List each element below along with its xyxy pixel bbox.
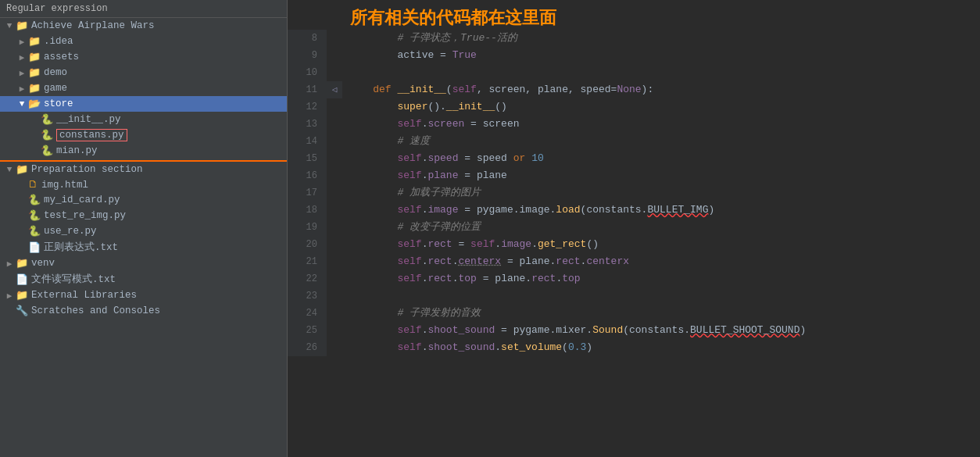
arrow-icon: ▶ [16, 84, 28, 94]
line-content: # 改变子弹的位置 [342, 219, 980, 236]
sidebar-item-scratches[interactable]: 🔧 Scratches and Consoles [0, 303, 287, 319]
sidebar-item-mian-py[interactable]: 🐍 mian.py [0, 143, 287, 159]
code-line-14: 14 # 速度 [288, 133, 980, 150]
img-html-label: img.html [41, 180, 88, 191]
use-re-label: use_re.py [44, 226, 97, 237]
sidebar-header-label: Regular expression [6, 3, 108, 14]
sidebar-item-achieve[interactable]: ▼ 📁 Achieve Airplane Wars [0, 18, 287, 34]
code-line-12: 12 super().__init__() [288, 98, 980, 116]
line-number: 12 [288, 98, 327, 116]
python-file-icon: 🐍 [41, 129, 53, 141]
line-content [342, 287, 980, 305]
sidebar-item-store[interactable]: ▼ 📂 store [0, 96, 287, 112]
python-file-icon: 🐍 [28, 209, 41, 222]
code-line-9: 9 active = True [288, 47, 980, 64]
line-content: self.rect.centerx = plane.rect.centerx [342, 253, 980, 270]
line-number: 14 [288, 133, 327, 150]
my-id-card-label: my_id_card.py [44, 195, 120, 205]
line-content [342, 64, 980, 81]
line-content: self.screen = screen [342, 116, 980, 133]
line-content: self.rect = self.image.get_rect() [342, 236, 980, 253]
line-number: 8 [288, 30, 327, 47]
sidebar-item-zhengze[interactable]: 📄 正则表达式.txt [0, 239, 287, 255]
line-content: super().__init__() [342, 98, 980, 116]
code-line-25: 25 self.shoot_sound = pygame.mixer.Sound… [288, 322, 980, 339]
arrow-icon: ▼ [3, 21, 16, 30]
txt-file-icon: 📄 [28, 241, 41, 254]
sidebar-item-test-re-img[interactable]: 🐍 test_re_img.py [0, 208, 287, 223]
arrow-icon: ▶ [16, 68, 28, 78]
folder-icon: 📁 [28, 35, 41, 48]
folder-icon: 📁 [28, 66, 41, 79]
init-py-label: __init__.py [56, 114, 121, 125]
test-re-img-label: test_re_img.py [44, 210, 126, 221]
python-file-icon: 🐍 [41, 113, 53, 126]
game-label: game [44, 83, 67, 94]
line-number: 13 [288, 116, 327, 133]
code-line-18: 18 self.image = pygame.image.load(consta… [288, 202, 980, 219]
assets-label: assets [44, 52, 79, 62]
demo-label: demo [44, 67, 67, 78]
line-content: def __init__(self, screen, plane, speed=… [342, 81, 980, 98]
code-line-19: 19 # 改变子弹的位置 [288, 219, 980, 236]
line-number: 16 [288, 167, 327, 184]
code-line-15: 15 self.speed = speed or 10 [288, 150, 980, 167]
folder-icon: 📁 [16, 257, 28, 270]
achieve-label: Achieve Airplane Wars [31, 20, 155, 31]
sidebar-item-my-id-card[interactable]: 🐍 my_id_card.py [0, 192, 287, 208]
code-line-23: 23 [288, 287, 980, 305]
sidebar-item-assets[interactable]: ▶ 📁 assets [0, 49, 287, 65]
sidebar-item-demo[interactable]: ▶ 📁 demo [0, 65, 287, 80]
line-number: 22 [288, 270, 327, 287]
external-libs-label: External Libraries [31, 290, 137, 301]
preparation-label: Preparation section [31, 164, 143, 175]
zhengze-label: 正则表达式.txt [44, 241, 118, 254]
sidebar-item-idea[interactable]: ▶ 📁 .idea [0, 34, 287, 49]
folder-icon: 📁 [16, 289, 28, 302]
code-line-13: 13 self.screen = screen [288, 116, 980, 133]
line-content: # 子弹发射的音效 [342, 305, 980, 322]
sidebar-item-constans-py[interactable]: 🐍 constans.py [0, 127, 287, 143]
code-line-8: 8 # 子弹状态，True--活的 [288, 30, 980, 47]
sidebar-item-img-html[interactable]: 🗋 img.html [0, 177, 287, 192]
line-number: 17 [288, 184, 327, 202]
arrow-icon: ▶ [3, 291, 16, 301]
line-content: self.shoot_sound.set_volume(0.3) [342, 339, 980, 356]
line-content: # 速度 [342, 133, 980, 150]
line-content: # 加载子弹的图片 [342, 184, 980, 202]
scratches-icon: 🔧 [16, 305, 28, 317]
store-label: store [44, 98, 73, 109]
folder-icon: 📁 [28, 51, 41, 63]
code-line-17: 17 # 加载子弹的图片 [288, 184, 980, 202]
line-number: 26 [288, 339, 327, 356]
folder-icon: 📁 [16, 163, 28, 176]
txt-file-icon: 📄 [16, 273, 28, 286]
python-file-icon: 🐍 [41, 145, 53, 157]
arrow-icon: ▶ [16, 52, 28, 62]
sidebar-item-init-py[interactable]: 🐍 __init__.py [0, 112, 287, 127]
line-number: 20 [288, 236, 327, 253]
sidebar-item-external-libs[interactable]: ▶ 📁 External Libraries [0, 287, 287, 303]
python-file-icon: 🐍 [28, 225, 41, 237]
sidebar-item-use-re[interactable]: 🐍 use_re.py [0, 223, 287, 239]
code-line-24: 24 # 子弹发射的音效 [288, 305, 980, 322]
sidebar-header: Regular expression [0, 0, 287, 18]
line-number: 19 [288, 219, 327, 236]
line-number: 25 [288, 322, 327, 339]
sidebar-item-preparation[interactable]: ▼ 📁 Preparation section [0, 160, 287, 177]
code-line-20: 20 self.rect = self.image.get_rect() [288, 236, 980, 253]
line-number: 15 [288, 150, 327, 167]
line-number: 9 [288, 47, 327, 64]
code-line-22: 22 self.rect.top = plane.rect.top [288, 270, 980, 287]
code-editor[interactable]: 所有相关的代码都在这里面 8 # 子弹状态，True--活的 9 active … [288, 0, 980, 457]
line-content: self.image = pygame.image.load(constants… [342, 202, 980, 219]
sidebar-item-game[interactable]: ▶ 📁 game [0, 80, 287, 96]
mian-py-label: mian.py [56, 145, 98, 156]
sidebar-item-venv[interactable]: ▶ 📁 venv [0, 255, 287, 271]
line-content: self.shoot_sound = pygame.mixer.Sound(co… [342, 322, 980, 339]
folder-open-icon: 📂 [28, 98, 41, 110]
sidebar-item-wenjian[interactable]: 📄 文件读写模式.txt [0, 271, 287, 287]
line-content: active = True [342, 47, 980, 64]
annotation-text: 所有相关的代码都在这里面 [350, 6, 556, 30]
line-content: self.plane = plane [342, 167, 980, 184]
